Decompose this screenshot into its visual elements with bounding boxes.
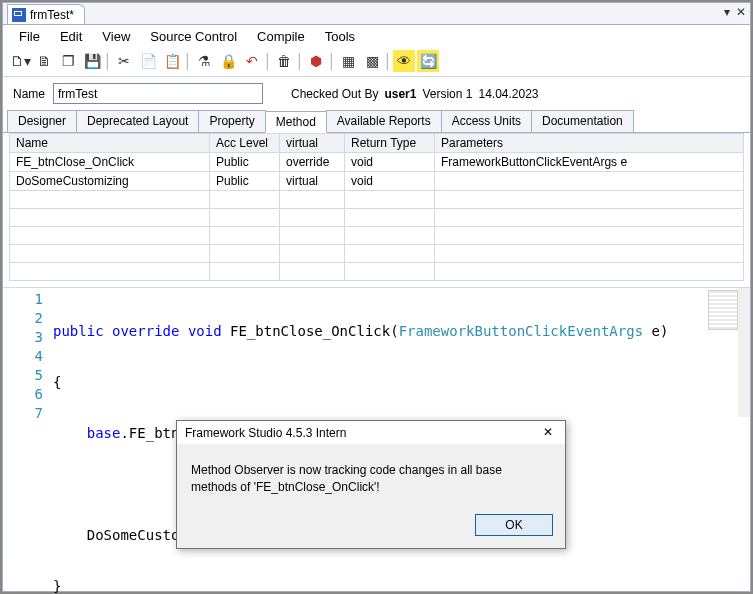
line-number: 4 [3,347,43,366]
line-number: 6 [3,385,43,404]
tab-access-units[interactable]: Access Units [441,110,532,132]
cell: virtual [280,172,345,191]
separator: │ [265,50,271,72]
paste-icon[interactable]: 📋 [161,50,183,72]
cell: FE_btnClose_OnClick [10,153,210,172]
line-number: 1 [3,290,43,309]
grid-header-row: Name Acc Level virtual Return Type Param… [10,134,744,153]
table-row[interactable] [10,245,744,263]
tab-available-reports[interactable]: Available Reports [326,110,442,132]
cell: DoSomeCustomizing [10,172,210,191]
menu-edit[interactable]: Edit [52,27,90,46]
cell: void [345,153,435,172]
table-row[interactable] [10,227,744,245]
name-label: Name [13,87,45,101]
vertical-scrollbar[interactable] [738,288,750,417]
document-tab-row: frmTest* ▾ ✕ [3,3,750,25]
checkedout-label: Checked Out By [291,87,378,101]
close-icon[interactable]: ✕ [736,5,746,19]
ok-button[interactable]: OK [475,514,553,536]
save-icon[interactable]: 💾 [81,50,103,72]
cell [435,172,744,191]
form-icon [12,8,26,22]
tab-strip: Designer Deprecated Layout Property Meth… [3,110,750,133]
tab-property[interactable]: Property [198,110,265,132]
cell: override [280,153,345,172]
tab-designer[interactable]: Designer [7,110,77,132]
line-gutter: 1 2 3 4 5 6 7 [3,288,53,417]
col-name[interactable]: Name [10,134,210,153]
col-return-type[interactable]: Return Type [345,134,435,153]
name-input[interactable] [53,83,263,104]
line-number: 2 [3,309,43,328]
toolbar: 🗋▾ 🗎 ❐ 💾 │ ✂ 📄 📋 │ ⚗ 🔒 ↶ │ 🗑 │ ⬢ │ ▦ ▩ │… [3,48,750,77]
cell: void [345,172,435,191]
col-virtual[interactable]: virtual [280,134,345,153]
code-editor[interactable]: 1 2 3 4 5 6 7 public override void FE_bt… [3,287,750,417]
dialog-title: Framework Studio 4.5.3 Intern [185,426,346,440]
separator: │ [385,50,391,72]
undo-icon[interactable]: ↶ [241,50,263,72]
checkedout-user: user1 [384,87,416,101]
document-tab[interactable]: frmTest* [7,4,85,24]
line-number: 3 [3,328,43,347]
table-row[interactable] [10,191,744,209]
code-body[interactable]: public override void FE_btnClose_OnClick… [53,288,668,417]
lock-icon[interactable]: 🔒 [217,50,239,72]
table-row[interactable] [10,263,744,281]
refresh-observe-icon[interactable]: 🔄 [417,50,439,72]
separator: │ [105,50,111,72]
cut-icon[interactable]: ✂ [113,50,135,72]
dropdown-icon[interactable]: ▾ [724,5,730,19]
doc-icon[interactable]: 🗎 [33,50,55,72]
observe-icon[interactable]: 👁 [393,50,415,72]
menu-tools[interactable]: Tools [317,27,363,46]
delete-icon[interactable]: 🗑 [273,50,295,72]
separator: │ [297,50,303,72]
method-grid[interactable]: Name Acc Level virtual Return Type Param… [9,133,744,281]
name-row: Name Checked Out By user1 Version 1 14.0… [3,77,750,110]
cell: Public [210,153,280,172]
document-tab-title: frmTest* [30,8,74,22]
line-number: 5 [3,366,43,385]
tab-deprecated-layout[interactable]: Deprecated Layout [76,110,199,132]
version-date: 14.04.2023 [478,87,538,101]
menu-file[interactable]: File [11,27,48,46]
new-icon[interactable]: 🗋▾ [9,50,31,72]
line-number: 7 [3,404,43,423]
tab-method[interactable]: Method [265,111,327,133]
copy-icon[interactable]: 📄 [137,50,159,72]
debug-icon[interactable]: ⬢ [305,50,327,72]
separator: │ [185,50,191,72]
separator: │ [329,50,335,72]
table-row[interactable]: DoSomeCustomizing Public virtual void [10,172,744,191]
tab-documentation[interactable]: Documentation [531,110,634,132]
table-row[interactable] [10,209,744,227]
cell: Public [210,172,280,191]
menu-compile[interactable]: Compile [249,27,313,46]
cell: FrameworkButtonClickEventArgs e [435,153,744,172]
minimap[interactable] [708,290,738,330]
dialog-body: Method Observer is now tracking code cha… [177,444,565,506]
message-dialog: Framework Studio 4.5.3 Intern ✕ Method O… [176,420,566,549]
tool-b-icon[interactable]: ▩ [361,50,383,72]
copy-doc-icon[interactable]: ❐ [57,50,79,72]
table-row[interactable]: FE_btnClose_OnClick Public override void… [10,153,744,172]
tool-a-icon[interactable]: ▦ [337,50,359,72]
dialog-close-icon[interactable]: ✕ [539,425,557,440]
col-acc-level[interactable]: Acc Level [210,134,280,153]
menu-source-control[interactable]: Source Control [142,27,245,46]
col-parameters[interactable]: Parameters [435,134,744,153]
version-label: Version 1 [422,87,472,101]
wizard-icon[interactable]: ⚗ [193,50,215,72]
menu-view[interactable]: View [94,27,138,46]
menu-bar: File Edit View Source Control Compile To… [3,25,750,48]
